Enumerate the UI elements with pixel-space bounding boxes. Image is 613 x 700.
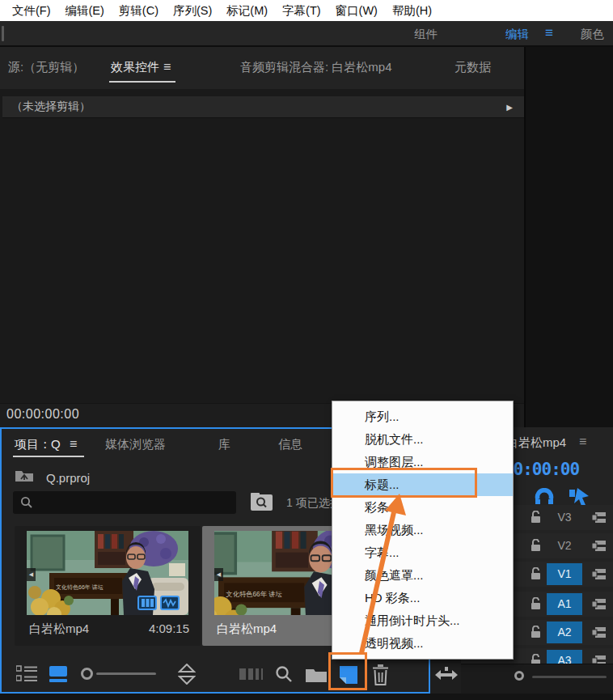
delete-icon[interactable] xyxy=(372,664,389,685)
menu-item-color-matte[interactable]: 颜色遮罩... xyxy=(332,564,513,587)
breadcrumb[interactable]: Q.prproj xyxy=(46,471,90,485)
list-view-icon[interactable] xyxy=(16,665,39,683)
menu-item-universal-counting-leader[interactable]: 通用倒计时片头... xyxy=(332,609,513,632)
menu-help[interactable]: 帮助(H) xyxy=(385,3,439,19)
menu-window[interactable]: 窗口(W) xyxy=(328,3,385,19)
tab-source-monitor[interactable]: 源:（无剪辑） xyxy=(8,60,84,75)
timeline-tab[interactable]: 白岩松mp4 xyxy=(506,435,566,451)
snap-magnet-icon[interactable] xyxy=(534,488,555,506)
tab-metadata[interactable]: 元数据 xyxy=(454,60,491,75)
tab-media-browser[interactable]: 媒体浏览器 xyxy=(105,437,166,452)
sync-lock-icon[interactable] xyxy=(592,568,607,583)
menu-item-black-video[interactable]: 黑场视频... xyxy=(332,519,513,541)
search-bin-icon[interactable] xyxy=(251,493,273,511)
timeline-panel-menu-icon[interactable]: ≡ xyxy=(579,435,586,449)
menu-item-sequence[interactable]: 序列... xyxy=(332,405,513,428)
zoom-slider-handle[interactable] xyxy=(81,668,93,680)
menu-clip[interactable]: 剪辑(C) xyxy=(112,3,166,19)
lock-icon[interactable] xyxy=(531,539,541,555)
sync-lock-icon[interactable] xyxy=(592,540,607,555)
menu-item-offline-file[interactable]: 脱机文件... xyxy=(332,428,513,451)
clip-selector-header[interactable]: （未选择剪辑） ▶ xyxy=(2,96,524,118)
lock-icon[interactable] xyxy=(531,511,541,527)
sort-icon xyxy=(239,667,265,681)
zoom-slider-track[interactable] xyxy=(96,672,156,675)
lock-icon[interactable] xyxy=(531,626,541,642)
scrub-left-icon: ◀ xyxy=(27,568,36,581)
clip-duration: 4:09:15 xyxy=(149,622,189,635)
search-icon xyxy=(20,496,33,509)
sync-lock-icon[interactable] xyxy=(592,598,607,613)
menu-captions[interactable]: 字幕(T) xyxy=(275,3,328,19)
track-target-v2[interactable]: V2 xyxy=(547,535,582,557)
menu-file[interactable]: 文件(F) xyxy=(5,3,58,19)
tab-project[interactable]: 项目：Q xyxy=(15,437,61,452)
expand-arrow-icon[interactable]: ▶ xyxy=(506,103,513,112)
menu-item-captions[interactable]: 字幕... xyxy=(332,541,513,564)
track-target-a2[interactable]: A2 xyxy=(547,622,582,643)
effect-controls-panel-menu-icon[interactable]: ≡ xyxy=(163,60,171,74)
find-icon[interactable] xyxy=(275,665,293,683)
new-item-context-menu: 序列... 脱机文件... 调整图层... 标题... 彩条... 黑场视频..… xyxy=(332,401,514,660)
track-target-a1[interactable]: A1 xyxy=(547,593,582,615)
annotation-highlight-box-title xyxy=(331,468,477,498)
linked-selection-icon[interactable] xyxy=(569,486,590,506)
clip-name[interactable]: 白岩松mp4 xyxy=(29,622,89,637)
track-target-v3[interactable]: V3 xyxy=(547,507,582,528)
workspace-overflow-icon[interactable]: ≡ xyxy=(545,25,553,41)
workspace-tab-color[interactable]: 颜色 xyxy=(581,27,604,42)
new-bin-icon[interactable] xyxy=(306,667,327,682)
menu-item-bars-and-tone[interactable]: 彩条... xyxy=(332,496,513,519)
app-menubar: 文件(F) 编辑(E) 剪辑(C) 序列(S) 标记(M) 字幕(T) 窗口(W… xyxy=(0,0,613,21)
menu-markers[interactable]: 标记(M) xyxy=(219,3,275,19)
premiere-window: 文化特色66年 讲坛 文件(F) 编辑(E) 剪辑(C) 序列(S) 标记(M)… xyxy=(0,0,613,700)
effect-controls-timecode[interactable]: 00:00:00:00 xyxy=(6,407,79,422)
workspace-grip xyxy=(2,26,4,41)
window-bottom-strip xyxy=(0,694,613,700)
tab-info[interactable]: 信息 xyxy=(278,437,302,452)
menu-edit[interactable]: 编辑(E) xyxy=(58,3,112,19)
audio-badge-icon[interactable] xyxy=(160,596,180,610)
lock-icon[interactable] xyxy=(531,567,541,583)
effects-keyframe-area xyxy=(524,47,613,427)
menu-item-hd-bars[interactable]: HD 彩条... xyxy=(332,587,513,609)
search-input[interactable] xyxy=(13,491,236,514)
menu-sequence[interactable]: 序列(S) xyxy=(166,3,219,19)
sync-lock-icon[interactable] xyxy=(592,511,607,527)
timeline-scrollbar[interactable] xyxy=(532,676,607,678)
upper-panel-tabbar: 源:（无剪辑） 效果控件 ≡ 音频剪辑混合器: 白岩松mp4 元数据 xyxy=(0,47,524,89)
navigate-up-icon[interactable] xyxy=(15,468,34,482)
active-tab-underline xyxy=(109,81,175,83)
video-badge-icon[interactable] xyxy=(137,596,157,610)
workspace-tab-editing[interactable]: 编辑 xyxy=(505,27,529,42)
adjust-view-icon[interactable] xyxy=(178,664,196,685)
tab-libraries[interactable]: 库 xyxy=(218,437,230,452)
clip-card[interactable]: ◀ 白岩松mp4 4:09:15 xyxy=(15,526,201,646)
annotation-highlight-box-new-item xyxy=(328,652,367,690)
workspace-tab-assembly[interactable]: 组件 xyxy=(414,27,438,42)
tab-effect-controls[interactable]: 效果控件 xyxy=(111,60,159,75)
clip-selector-label: （未选择剪辑） xyxy=(11,100,91,114)
icon-view-icon[interactable] xyxy=(49,665,68,683)
menu-item-transparent-video[interactable]: 透明视频... xyxy=(332,632,513,655)
active-tab-underline xyxy=(13,456,84,457)
tab-audio-clip-mixer[interactable]: 音频剪辑混合器: 白岩松mp4 xyxy=(240,60,392,75)
clip-name[interactable]: 白岩松mp4 xyxy=(217,622,277,637)
scrub-left-icon: ◀ xyxy=(214,568,223,581)
sync-lock-icon[interactable] xyxy=(592,626,607,642)
project-panel-menu-icon[interactable]: ≡ xyxy=(70,437,77,452)
timeline-zoom-handle[interactable] xyxy=(514,671,524,681)
lock-icon[interactable] xyxy=(531,597,541,613)
timeline-zoom-bar xyxy=(461,664,613,694)
effect-controls-panel xyxy=(0,89,524,403)
track-target-v1[interactable]: V1 xyxy=(547,563,582,585)
pan-tool-icon[interactable] xyxy=(435,667,458,683)
